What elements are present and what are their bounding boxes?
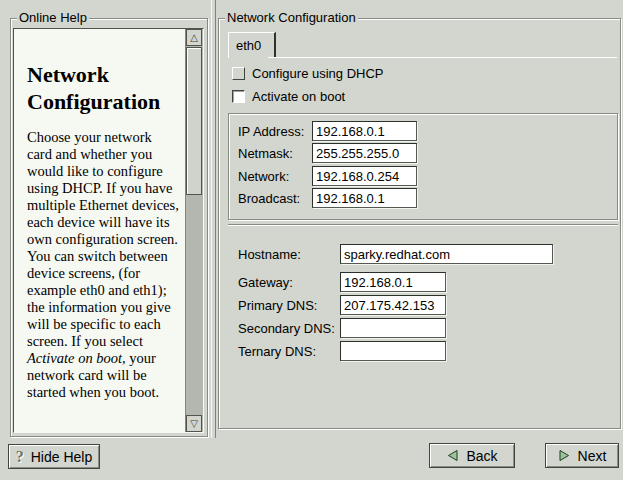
scroll-down-icon: ▽ xyxy=(190,419,198,429)
help-body: Choose your network card and whether you… xyxy=(27,129,180,401)
dhcp-checkbox-label: Configure using DHCP xyxy=(252,66,384,81)
back-button[interactable]: Back xyxy=(429,443,515,468)
scroll-down-button[interactable]: ▽ xyxy=(186,415,202,432)
back-button-label: Back xyxy=(466,448,497,464)
dhcp-checkbox-row[interactable]: Configure using DHCP xyxy=(232,66,384,80)
help-text-area: Network Configuration Choose your networ… xyxy=(13,28,204,433)
netmask-input[interactable] xyxy=(312,143,417,163)
next-button-label: Next xyxy=(578,448,607,464)
gateway-input[interactable] xyxy=(340,272,446,292)
back-arrow-icon xyxy=(446,449,459,462)
network-label: Network: xyxy=(238,169,289,184)
gateway-label: Gateway: xyxy=(238,275,293,290)
section-separator xyxy=(228,224,618,226)
primary-dns-input[interactable] xyxy=(340,295,446,315)
scroll-up-icon: △ xyxy=(190,33,198,43)
broadcast-input[interactable] xyxy=(312,188,417,208)
help-body-text: Choose your network card and whether you… xyxy=(27,129,179,349)
panel-divider xyxy=(211,0,216,438)
network-input[interactable] xyxy=(312,166,417,186)
network-config-frame-label: Network Configuration xyxy=(225,11,358,25)
scroll-up-button[interactable]: △ xyxy=(186,29,202,46)
help-scrollbar[interactable]: △ ▽ xyxy=(185,29,203,432)
help-title: Network Configuration xyxy=(27,61,180,115)
secondary-dns-label: Secondary DNS: xyxy=(238,321,335,336)
hide-help-button-label: Hide Help xyxy=(31,449,92,465)
activate-on-boot-checkbox[interactable] xyxy=(232,90,245,103)
hide-help-button[interactable]: ? Hide Help xyxy=(8,444,100,469)
help-body-italic: Activate on boot, xyxy=(27,350,126,366)
hostname-input[interactable] xyxy=(340,244,553,264)
ternary-dns-input[interactable] xyxy=(340,341,446,361)
notebook-edge xyxy=(268,57,617,58)
next-button[interactable]: Next xyxy=(545,443,619,468)
help-content: Network Configuration Choose your networ… xyxy=(27,29,180,401)
dhcp-checkbox[interactable] xyxy=(232,67,245,80)
ip-address-input[interactable] xyxy=(312,121,417,141)
secondary-dns-input[interactable] xyxy=(340,318,446,338)
broadcast-label: Broadcast: xyxy=(238,191,300,206)
primary-dns-label: Primary DNS: xyxy=(238,298,317,313)
scrollbar-thumb[interactable] xyxy=(186,47,202,195)
network-config-screen: Online Help Network Configuration Choose… xyxy=(0,0,623,480)
activate-on-boot-checkbox-label: Activate on boot xyxy=(252,89,345,104)
ternary-dns-label: Ternary DNS: xyxy=(238,344,316,359)
netmask-label: Netmask: xyxy=(238,146,293,161)
question-mark-icon: ? xyxy=(16,449,24,465)
activate-on-boot-checkbox-row[interactable]: Activate on boot xyxy=(232,89,345,103)
tab-eth0-label: eth0 xyxy=(236,38,261,53)
hostname-label: Hostname: xyxy=(238,247,301,262)
ip-address-label: IP Address: xyxy=(238,124,304,139)
tab-eth0[interactable]: eth0 xyxy=(228,32,276,58)
next-arrow-icon xyxy=(558,449,571,462)
online-help-frame-label: Online Help xyxy=(17,11,89,25)
